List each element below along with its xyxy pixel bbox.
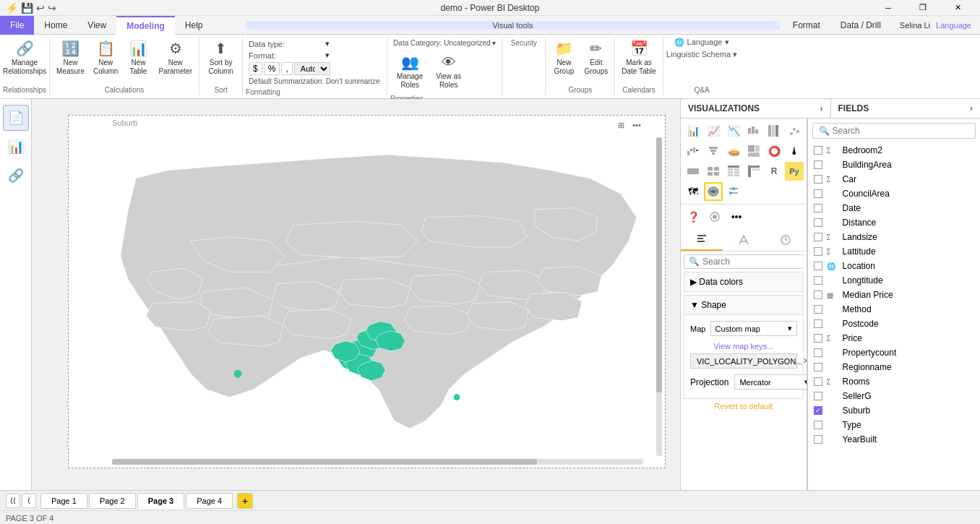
field-checkbox-car[interactable]: [814, 175, 822, 184]
data-type-dropdown[interactable]: ▾: [325, 39, 330, 48]
field-item-buildingarea[interactable]: BuildingArea: [808, 158, 980, 172]
redo-icon[interactable]: ↪: [48, 2, 56, 14]
format-dropdown-ribbon[interactable]: ▾: [325, 51, 330, 60]
field-item-landsize[interactable]: ΣLandsize: [808, 230, 980, 244]
tab-help[interactable]: Help: [175, 16, 213, 35]
field-item-sellerg[interactable]: SellerG: [808, 389, 980, 403]
page-tab-page4[interactable]: Page 4: [186, 493, 233, 509]
dollar-btn[interactable]: $: [249, 62, 262, 75]
undo-icon[interactable]: ↩: [36, 2, 45, 14]
viz-scatter[interactable]: [785, 121, 804, 140]
tab-format[interactable]: Format: [783, 16, 830, 35]
language-label[interactable]: Language: [936, 21, 971, 30]
field-item-distance[interactable]: Distance: [808, 215, 980, 230]
viz-treemap[interactable]: [744, 142, 763, 160]
field-item-date[interactable]: Date: [808, 201, 980, 215]
field-item-location[interactable]: 🌐Location: [808, 259, 980, 273]
tab-view[interactable]: View: [77, 16, 116, 35]
field-checkbox-location[interactable]: [814, 262, 822, 270]
viz-search-box[interactable]: 🔍: [684, 254, 804, 269]
new-parameter-button[interactable]: ⚙ NewParameter: [155, 38, 196, 78]
field-item-bedroom2[interactable]: ΣBedroom2: [808, 143, 980, 158]
viz-qa-btn[interactable]: ❓: [684, 207, 702, 226]
field-checkbox-method[interactable]: [814, 305, 822, 314]
fields-search-box[interactable]: 🔍: [812, 123, 976, 139]
minimize-button[interactable]: ─: [872, 0, 905, 16]
view-map-keys-link[interactable]: View map keys...: [690, 342, 797, 351]
viz-filled-map[interactable]: [704, 182, 723, 201]
horizontal-scrollbar[interactable]: [112, 459, 643, 465]
field-item-price[interactable]: ΣPrice: [808, 331, 980, 345]
page-tab-page2[interactable]: Page 2: [89, 493, 136, 509]
viz-donut[interactable]: ⭕: [765, 142, 783, 160]
page-first-btn[interactable]: ⟨⟨: [6, 494, 20, 508]
new-table-button[interactable]: 📊 NewTable: [123, 38, 153, 78]
default-summarization-label[interactable]: Default Summarization: Don't summarize: [249, 77, 379, 85]
viz-line-chart[interactable]: 📈: [704, 121, 723, 140]
manage-relationships-button[interactable]: 🔗 ManageRelationships: [3, 38, 46, 78]
field-checkbox-councilarea[interactable]: [814, 189, 822, 198]
field-checkbox-price[interactable]: [814, 334, 822, 343]
shape-header[interactable]: ▼ Shape: [684, 295, 804, 315]
field-checkbox-postcode[interactable]: [814, 319, 822, 328]
add-page-btn[interactable]: +: [237, 493, 253, 509]
viz-panel-expand-btn[interactable]: ›: [820, 103, 823, 113]
close-button[interactable]: ✕: [941, 0, 974, 16]
field-item-car[interactable]: ΣCar: [808, 172, 980, 186]
new-group-button[interactable]: 📁 NewGroup: [549, 38, 579, 78]
model-view-icon[interactable]: 🔗: [3, 163, 29, 189]
field-checkbox-yearbuilt[interactable]: [814, 435, 822, 444]
field-item-median price[interactable]: ▦Median Price: [808, 288, 980, 302]
viz-bar-chart[interactable]: 📊: [684, 121, 702, 140]
data-colors-header[interactable]: ▶ Data colors: [684, 272, 804, 292]
viz-funnel[interactable]: [704, 142, 723, 160]
field-item-regionname[interactable]: Regionname: [808, 360, 980, 374]
page-prev-btn[interactable]: ⟨: [22, 494, 36, 508]
edit-groups-button[interactable]: ✏ EditGroups: [580, 38, 611, 78]
data-category-label[interactable]: Data Category: Uncategorized ▾: [393, 39, 496, 47]
viz-waterfall[interactable]: [684, 142, 702, 160]
field-checkbox-bedroom2[interactable]: [814, 146, 822, 155]
field-item-suburb[interactable]: ✓Suburb: [808, 403, 980, 418]
view-as-roles-button[interactable]: 👁 View asRoles: [432, 51, 465, 92]
viz-matrix[interactable]: [744, 162, 763, 181]
canvas-focus-btn[interactable]: ⊞: [614, 119, 627, 132]
new-column-button[interactable]: 📋 NewColumn: [90, 38, 121, 78]
canvas-more-btn[interactable]: •••: [630, 119, 643, 132]
field-checkbox-median price[interactable]: [814, 291, 822, 299]
viz-slicer[interactable]: [724, 182, 743, 201]
search-input[interactable]: [702, 257, 807, 267]
fields-panel-expand-btn[interactable]: ›: [970, 103, 973, 113]
format-tab[interactable]: [723, 229, 765, 251]
field-checkbox-suburb[interactable]: ✓: [814, 406, 822, 415]
field-checkbox-rooms[interactable]: [814, 377, 822, 386]
field-item-lattitude[interactable]: ΣLattitude: [808, 244, 980, 259]
field-item-method[interactable]: Method: [808, 302, 980, 317]
restore-button[interactable]: ❐: [906, 0, 940, 16]
tab-modeling[interactable]: Modeling: [116, 16, 175, 35]
revert-to-default-btn[interactable]: Revert to default: [684, 402, 804, 411]
decimal-select[interactable]: Auto 0 1 2: [294, 62, 330, 75]
field-item-type[interactable]: Type: [808, 418, 980, 432]
field-item-propertycount[interactable]: Propertycount: [808, 345, 980, 360]
fields-search-input[interactable]: [833, 126, 969, 136]
viz-100pct-bar[interactable]: [765, 121, 783, 140]
field-item-postcode[interactable]: Postcode: [808, 317, 980, 331]
viz-table[interactable]: [724, 162, 743, 181]
vertical-scrollbar[interactable]: [656, 137, 662, 456]
sort-by-column-button[interactable]: ⬆ Sort byColumn: [205, 38, 236, 78]
viz-more-btn[interactable]: •••: [727, 207, 746, 226]
data-view-icon[interactable]: 📊: [3, 134, 29, 160]
page-tab-page1[interactable]: Page 1: [40, 493, 87, 509]
new-measure-button[interactable]: 🔢 NewMeasure: [53, 38, 88, 78]
viz-gauge[interactable]: 🌡: [785, 142, 804, 160]
viz-card[interactable]: [684, 162, 702, 181]
tab-file[interactable]: File: [0, 16, 34, 35]
field-checkbox-regionname[interactable]: [814, 363, 822, 371]
tab-home[interactable]: Home: [34, 16, 77, 35]
viz-map[interactable]: 🗺: [684, 182, 702, 201]
viz-python[interactable]: Py: [785, 162, 804, 181]
field-checkbox-distance[interactable]: [814, 218, 822, 227]
field-item-longtitude[interactable]: Longtitude: [808, 273, 980, 288]
field-item-yearbuilt[interactable]: YearBuilt: [808, 432, 980, 447]
